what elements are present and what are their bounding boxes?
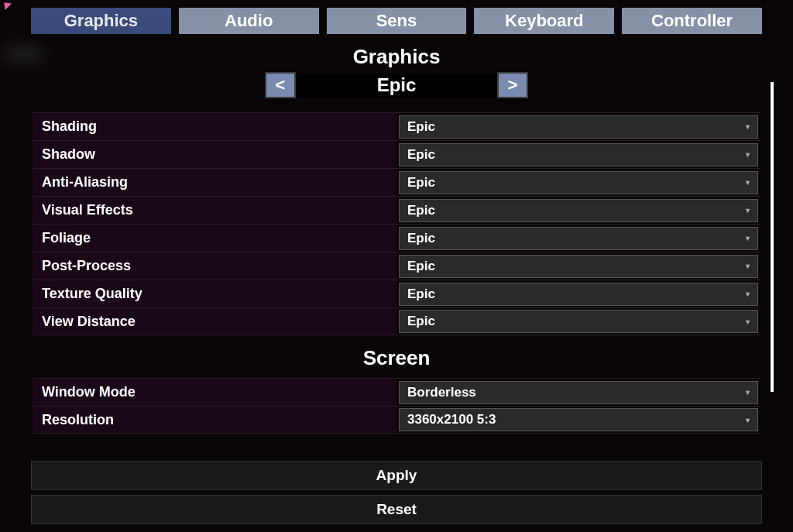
setting-value-text: Epic [407, 287, 435, 302]
reset-button[interactable]: Reset [31, 495, 762, 524]
apply-button[interactable]: Apply [31, 461, 762, 490]
setting-value-text: Epic [407, 231, 435, 246]
setting-label: Foliage [33, 225, 396, 252]
setting-row-windowmode: Window Mode Borderless ▾ [33, 378, 760, 406]
setting-row-postprocess: Post-Process Epic ▾ [33, 252, 760, 280]
setting-label: Post-Process [33, 252, 396, 280]
setting-row-texturequality: Texture Quality Epic ▾ [33, 280, 760, 307]
chevron-down-icon: ▾ [746, 234, 750, 242]
chevron-down-icon: ▾ [746, 150, 750, 159]
setting-row-antialiasing: Anti-Aliasing Epic ▾ [33, 168, 760, 196]
setting-value-text: 3360x2100 5:3 [407, 412, 496, 427]
setting-value-text: Epic [407, 203, 435, 218]
scroll-area: Graphics < Epic > Shading Epic ▾ Shadow … [31, 39, 762, 449]
setting-label: Shading [33, 113, 396, 140]
preset-prev-button[interactable]: < [265, 72, 296, 98]
chevron-down-icon: ▾ [746, 206, 750, 215]
setting-value-text: Epic [407, 314, 435, 329]
setting-row-resolution: Resolution 3360x2100 5:3 ▾ [33, 406, 760, 434]
chevron-down-icon: ▾ [746, 262, 750, 270]
setting-label: Window Mode [33, 379, 396, 406]
setting-value-text: Epic [407, 259, 435, 274]
setting-dropdown-visualeffects[interactable]: Epic ▾ [399, 199, 758, 222]
setting-row-foliage: Foliage Epic ▾ [33, 224, 760, 252]
setting-label: Texture Quality [33, 280, 396, 307]
setting-dropdown-shadow[interactable]: Epic ▾ [399, 143, 758, 166]
preset-next-button[interactable]: > [497, 72, 528, 98]
section-title-screen: Screen [31, 346, 762, 370]
setting-row-shading: Shading Epic ▾ [33, 112, 760, 140]
setting-dropdown-texturequality[interactable]: Epic ▾ [399, 283, 758, 306]
setting-value-text: Epic [407, 119, 435, 135]
scrollbar[interactable] [771, 82, 774, 392]
setting-value-text: Epic [407, 147, 435, 163]
tab-controller[interactable]: Controller [622, 8, 762, 34]
chevron-down-icon: ▾ [746, 122, 750, 131]
setting-label: Anti-Aliasing [33, 169, 396, 196]
setting-dropdown-postprocess[interactable]: Epic ▾ [399, 255, 758, 278]
chevron-down-icon: ▾ [746, 317, 750, 326]
screen-settings-list: Window Mode Borderless ▾ Resolution 3360… [33, 378, 760, 434]
setting-dropdown-foliage[interactable]: Epic ▾ [399, 227, 758, 250]
setting-label: Shadow [33, 141, 396, 168]
setting-value-text: Epic [407, 175, 435, 190]
chevron-down-icon: ▾ [746, 416, 750, 424]
setting-dropdown-viewdistance[interactable]: Epic ▾ [399, 310, 758, 333]
setting-value-text: Borderless [407, 385, 476, 400]
setting-dropdown-windowmode[interactable]: Borderless ▾ [399, 381, 758, 404]
setting-label: View Distance [33, 308, 396, 335]
content-wrapper: Graphics < Epic > Shading Epic ▾ Shadow … [0, 39, 793, 449]
tab-sens[interactable]: Sens [327, 8, 467, 34]
tab-graphics[interactable]: Graphics [31, 8, 171, 34]
setting-label: Visual Effects [33, 197, 396, 224]
tab-bar: Graphics Audio Sens Keyboard Controller [0, 0, 793, 39]
chevron-down-icon: ▾ [746, 178, 750, 187]
setting-row-viewdistance: View Distance Epic ▾ [33, 307, 760, 335]
setting-dropdown-antialiasing[interactable]: Epic ▾ [399, 171, 758, 194]
chevron-down-icon: ▾ [746, 388, 750, 396]
section-title-graphics: Graphics [31, 45, 762, 69]
chevron-down-icon: ▾ [746, 290, 750, 298]
setting-label: Resolution [33, 407, 396, 433]
bottom-actions: Apply Reset [0, 456, 793, 532]
graphics-settings-list: Shading Epic ▾ Shadow Epic ▾ Anti-Aliasi… [33, 112, 760, 335]
tab-audio[interactable]: Audio [179, 8, 319, 34]
setting-row-visualeffects: Visual Effects Epic ▾ [33, 196, 760, 224]
tab-keyboard[interactable]: Keyboard [474, 8, 614, 34]
preset-value: Epic [296, 73, 497, 98]
setting-dropdown-shading[interactable]: Epic ▾ [399, 115, 758, 139]
preset-selector: < Epic > [31, 72, 762, 98]
setting-dropdown-resolution[interactable]: 3360x2100 5:3 ▾ [399, 408, 758, 431]
setting-row-shadow: Shadow Epic ▾ [33, 140, 760, 168]
